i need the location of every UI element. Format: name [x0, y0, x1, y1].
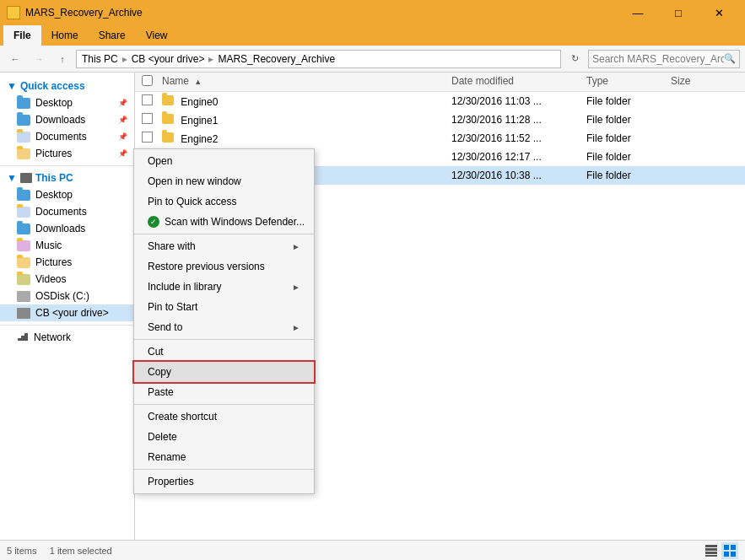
tab-file[interactable]: File	[3, 25, 41, 46]
sidebar-item-pc-pictures[interactable]: Pictures	[0, 254, 134, 271]
ctx-open-label: Open	[148, 155, 172, 167]
send-to-submenu-arrow: ►	[292, 323, 300, 332]
up-button[interactable]: ↑	[52, 49, 73, 69]
quick-access-arrow: ▼	[7, 80, 17, 92]
ctx-shortcut-label: Create shortcut	[148, 411, 217, 423]
tab-view[interactable]: View	[136, 25, 178, 46]
status-bar: 5 items 1 item selected	[0, 540, 745, 560]
ctx-send-to[interactable]: Send to ►	[134, 317, 314, 337]
pc-desktop-label: Desktop	[35, 189, 73, 201]
file-type-0: File folder	[586, 95, 671, 107]
sidebar-item-pc-music[interactable]: Music	[0, 237, 134, 254]
header-check	[142, 75, 162, 89]
address-path[interactable]: This PC ▸ CB <your drive> ▸ MARS_Recover…	[76, 50, 561, 68]
title-bar-left: MARS_Recovery_Archive	[7, 6, 143, 19]
file-checkbox-1[interactable]	[142, 113, 153, 124]
search-input[interactable]	[592, 53, 724, 65]
ctx-open-new-window[interactable]: Open in new window	[134, 171, 314, 191]
ctx-scan[interactable]: ✓ Scan with Windows Defender...	[134, 212, 314, 232]
pc-pictures-label: Pictures	[35, 256, 72, 268]
pc-downloads-icon	[17, 223, 30, 234]
header-name[interactable]: Name ▲	[162, 75, 451, 89]
sidebar-this-pc[interactable]: ▼ This PC	[0, 170, 134, 186]
header-type[interactable]: Type	[586, 75, 671, 89]
view-details-button[interactable]	[721, 542, 738, 559]
title-bar-title: MARS_Recovery_Archive	[25, 7, 143, 19]
sidebar-pictures-label: Pictures	[35, 148, 72, 159]
ctx-delete-label: Delete	[148, 431, 177, 443]
ctx-copy[interactable]: Copy	[134, 362, 314, 382]
back-button[interactable]: ←	[5, 49, 25, 69]
ctx-divider-2	[134, 339, 314, 340]
ctx-pin-quick-label: Pin to Quick access	[148, 196, 236, 207]
path-drive: CB <your drive>	[132, 53, 205, 65]
ctx-rename-label: Rename	[148, 451, 186, 463]
sidebar-item-pc-videos[interactable]: Videos	[0, 271, 134, 288]
desktop-folder-icon	[17, 98, 30, 109]
sidebar-item-pictures[interactable]: Pictures 📌	[0, 145, 134, 162]
path-folder: MARS_Recovery_Archive	[218, 53, 335, 65]
ctx-restore-label: Restore previous versions	[148, 261, 265, 272]
ctx-delete[interactable]: Delete	[134, 427, 314, 447]
sort-arrow: ▲	[194, 78, 202, 86]
path-thispc: This PC	[82, 53, 118, 65]
table-row[interactable]: Engine1 12/30/2016 11:28 ... File folder	[135, 110, 745, 129]
header-size[interactable]: Size	[671, 75, 738, 89]
ctx-include-library[interactable]: Include in library ►	[134, 277, 314, 297]
file-type-4: File folder	[586, 170, 671, 181]
scan-icon: ✓	[148, 216, 159, 228]
forward-button[interactable]: →	[29, 49, 49, 69]
selected-count: 1 item selected	[50, 546, 112, 556]
tab-share[interactable]: Share	[89, 25, 136, 46]
ctx-cut[interactable]: Cut	[134, 342, 314, 362]
folder-icon-0	[162, 95, 174, 105]
file-checkbox-0[interactable]	[142, 94, 153, 105]
sidebar-item-pc-downloads[interactable]: Downloads	[0, 220, 134, 237]
folder-icon-2	[162, 132, 174, 143]
ctx-rename[interactable]: Rename	[134, 447, 314, 467]
ctx-restore[interactable]: Restore previous versions	[134, 256, 314, 277]
ctx-divider-3	[134, 404, 314, 405]
sidebar-item-downloads[interactable]: Downloads 📌	[0, 111, 134, 128]
svg-rect-8	[731, 545, 736, 550]
search-box[interactable]: 🔍	[588, 50, 740, 68]
tab-home[interactable]: Home	[41, 25, 89, 46]
ctx-pin-quick[interactable]: Pin to Quick access	[134, 191, 314, 212]
file-checkbox-2[interactable]	[142, 132, 153, 143]
sidebar-item-documents[interactable]: Documents 📌	[0, 128, 134, 145]
library-submenu-arrow: ►	[292, 283, 300, 292]
title-bar: MARS_Recovery_Archive — □ ✕	[0, 0, 745, 25]
sidebar-item-pc-osdisk[interactable]: OSDisk (C:)	[0, 288, 134, 304]
refresh-button[interactable]: ↻	[564, 49, 585, 69]
maximize-button[interactable]: □	[659, 0, 698, 25]
item-count: 5 items	[7, 546, 36, 556]
ctx-paste[interactable]: Paste	[134, 382, 314, 402]
ctx-properties[interactable]: Properties	[134, 471, 314, 492]
table-row[interactable]: Engine0 12/30/2016 11:03 ... File folder	[135, 92, 745, 110]
select-all-checkbox[interactable]	[142, 75, 153, 86]
sidebar: ▼ Quick access Desktop 📌 Downloads 📌 Doc…	[0, 73, 135, 540]
minimize-button[interactable]: —	[618, 0, 657, 25]
pc-cbdrive-label: CB <your drive>	[35, 307, 109, 319]
ctx-pin-start[interactable]: Pin to Start	[134, 297, 314, 317]
sidebar-item-pc-desktop[interactable]: Desktop	[0, 186, 134, 203]
sidebar-item-desktop[interactable]: Desktop 📌	[0, 94, 134, 111]
view-list-button[interactable]	[703, 542, 720, 559]
ctx-share-with[interactable]: Share with ►	[134, 236, 314, 256]
header-date[interactable]: Date modified	[451, 75, 586, 89]
ctx-open-new-label: Open in new window	[148, 175, 241, 187]
sidebar-quick-access-label: Quick access	[20, 80, 85, 92]
svg-rect-6	[705, 555, 717, 557]
sidebar-downloads-label: Downloads	[35, 114, 85, 126]
sidebar-item-pc-cbdrive[interactable]: CB <your drive>	[0, 304, 134, 321]
ctx-open[interactable]: Open	[134, 151, 314, 171]
svg-rect-1	[21, 336, 24, 341]
file-date-1: 12/30/2016 11:28 ...	[451, 114, 586, 126]
close-button[interactable]: ✕	[699, 0, 738, 25]
sidebar-quick-access[interactable]: ▼ Quick access	[0, 78, 134, 94]
sidebar-item-pc-documents[interactable]: Documents	[0, 203, 134, 220]
table-row[interactable]: Engine2 12/30/2016 11:52 ... File folder	[135, 129, 745, 148]
ctx-create-shortcut[interactable]: Create shortcut	[134, 407, 314, 427]
file-type-1: File folder	[586, 114, 671, 126]
sidebar-item-network[interactable]: Network	[0, 329, 134, 346]
